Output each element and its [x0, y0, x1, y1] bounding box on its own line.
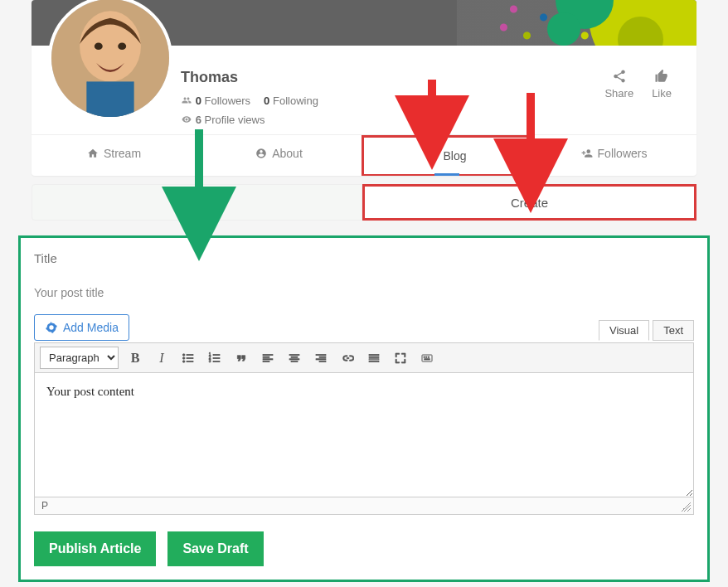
toolbar-toggle-button[interactable] — [417, 348, 437, 368]
following-stat[interactable]: 0 Following — [264, 95, 318, 107]
create-bar: Create — [32, 184, 696, 221]
quote-icon — [426, 150, 438, 162]
post-title-input[interactable] — [34, 286, 694, 299]
keyboard-icon — [420, 352, 434, 365]
share-icon — [612, 69, 627, 84]
link-icon — [341, 352, 354, 365]
share-button[interactable]: Share — [604, 69, 633, 99]
svg-rect-35 — [424, 357, 425, 357]
blockquote-icon — [235, 352, 248, 365]
svg-point-3 — [118, 43, 126, 51]
svg-point-8 — [182, 360, 185, 362]
align-center-icon — [288, 352, 301, 365]
media-icon — [45, 321, 58, 334]
profile-views-stat: 6 Profile views — [181, 114, 604, 126]
svg-rect-10 — [187, 357, 193, 358]
bold-icon: B — [131, 351, 140, 366]
italic-icon: I — [159, 351, 163, 366]
fullscreen-button[interactable] — [391, 348, 410, 368]
svg-point-6 — [182, 353, 185, 356]
like-button[interactable]: Like — [652, 69, 672, 99]
create-bar-left[interactable] — [32, 184, 362, 221]
avatar-image — [51, 0, 169, 117]
svg-rect-27 — [319, 357, 326, 357]
bold-button[interactable]: B — [125, 348, 145, 368]
tab-stream[interactable]: Stream — [32, 135, 197, 176]
svg-rect-9 — [187, 354, 193, 355]
share-label: Share — [604, 87, 633, 99]
like-label: Like — [652, 87, 672, 99]
format-select[interactable]: Paragraph — [40, 347, 119, 369]
add-media-button[interactable]: Add Media — [34, 314, 129, 341]
svg-point-7 — [182, 357, 185, 359]
profile-tabs: Stream About Blog Followers — [32, 134, 696, 176]
svg-rect-21 — [263, 361, 269, 361]
profile-card: Thomas 0 Followers 0 Following 6 Profile… — [32, 0, 696, 176]
svg-rect-16 — [213, 357, 220, 358]
insert-more-button[interactable] — [364, 348, 384, 368]
home-icon — [87, 148, 99, 159]
read-more-icon — [367, 352, 381, 365]
bullet-list-icon — [182, 352, 195, 365]
svg-rect-19 — [263, 357, 269, 357]
user-plus-icon — [581, 148, 593, 159]
align-right-button[interactable] — [311, 348, 331, 368]
publish-button[interactable]: Publish Article — [34, 531, 156, 566]
editor-panel: Title Add Media Visual Text Paragraph B … — [18, 235, 710, 582]
svg-rect-36 — [426, 357, 427, 357]
svg-rect-37 — [428, 357, 429, 357]
link-button[interactable] — [337, 348, 357, 368]
align-left-button[interactable] — [258, 348, 278, 368]
user-circle-icon — [255, 148, 267, 159]
title-label: Title — [34, 251, 694, 265]
svg-rect-11 — [187, 361, 193, 361]
svg-point-5 — [51, 327, 53, 329]
svg-rect-25 — [291, 361, 298, 361]
tab-about[interactable]: About — [197, 135, 362, 176]
editor-path-bar: P — [34, 497, 694, 515]
svg-rect-20 — [263, 358, 273, 359]
text-tab-button[interactable]: Text — [653, 320, 694, 341]
numbered-list-button[interactable]: 123 — [205, 348, 225, 368]
svg-rect-23 — [291, 357, 298, 357]
svg-rect-26 — [316, 354, 326, 355]
svg-rect-22 — [289, 354, 299, 355]
followers-stat[interactable]: 0 Followers — [181, 95, 250, 107]
fullscreen-icon — [394, 352, 407, 365]
bullet-list-button[interactable] — [178, 348, 198, 368]
svg-point-2 — [95, 43, 103, 51]
numbered-list-icon: 123 — [208, 352, 221, 365]
svg-rect-30 — [369, 354, 379, 355]
svg-text:3: 3 — [209, 359, 211, 363]
svg-rect-34 — [422, 355, 432, 361]
create-button[interactable]: Create — [362, 184, 696, 221]
profile-name: Thomas — [181, 69, 604, 86]
svg-rect-33 — [369, 361, 379, 361]
eye-icon — [181, 114, 192, 124]
align-left-icon — [261, 352, 274, 365]
svg-rect-15 — [213, 354, 220, 355]
tab-followers[interactable]: Followers — [531, 135, 696, 176]
save-draft-button[interactable]: Save Draft — [167, 531, 263, 566]
blockquote-button[interactable] — [231, 348, 251, 368]
italic-button[interactable]: I — [152, 348, 172, 368]
svg-rect-31 — [369, 357, 379, 357]
svg-rect-18 — [263, 354, 273, 355]
people-icon — [181, 95, 192, 105]
editor-toolbar: Paragraph B I 123 — [34, 342, 694, 373]
svg-rect-28 — [316, 358, 326, 359]
avatar[interactable] — [48, 0, 172, 120]
like-icon — [654, 69, 669, 84]
post-content-editor[interactable]: Your post content — [34, 373, 694, 497]
svg-rect-32 — [369, 358, 379, 359]
align-center-button[interactable] — [284, 348, 304, 368]
align-right-icon — [314, 352, 328, 365]
tab-blog[interactable]: Blog — [362, 135, 531, 176]
svg-rect-29 — [319, 361, 326, 361]
svg-rect-38 — [425, 358, 430, 359]
visual-tab-button[interactable]: Visual — [599, 320, 649, 341]
svg-rect-17 — [213, 361, 220, 361]
svg-rect-24 — [289, 358, 299, 359]
